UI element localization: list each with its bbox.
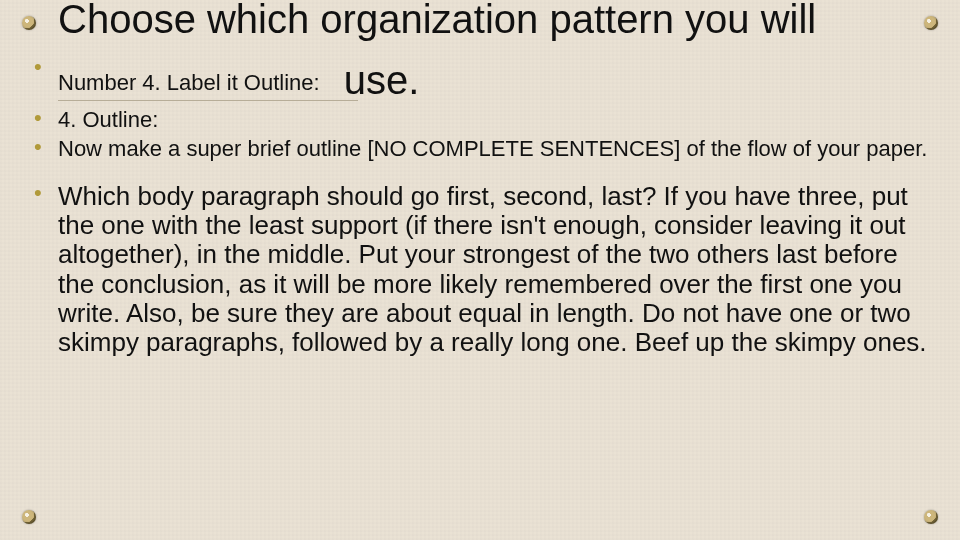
bullet-text: Now make a super brief outline [NO COMPL…: [58, 136, 927, 161]
corner-rivet-icon: [22, 510, 36, 524]
bullet-text: 4. Outline:: [58, 107, 158, 132]
slide-title: Choose which organization pattern you wi…: [58, 0, 930, 41]
slide-body: Number 4. Label it Outline: use. 4. Outl…: [34, 56, 930, 358]
list-item: Now make a super brief outline [NO COMPL…: [34, 136, 930, 161]
bullet-text: Number 4. Label it Outline:: [58, 70, 320, 95]
title-line1: Choose which organization pattern you wi…: [58, 0, 816, 41]
corner-rivet-icon: [22, 16, 36, 30]
bullet-list: Number 4. Label it Outline: use.: [34, 56, 930, 96]
list-item: Which body paragraph should go first, se…: [34, 182, 930, 358]
corner-rivet-icon: [924, 16, 938, 30]
divider: [58, 100, 358, 101]
bullet-text: Which body paragraph should go first, se…: [58, 181, 927, 358]
list-item: 4. Outline:: [34, 107, 930, 132]
bullet-list: 4. Outline: Now make a super brief outli…: [34, 107, 930, 358]
title-line2: use.: [344, 60, 420, 100]
corner-rivet-icon: [924, 510, 938, 524]
list-item: Number 4. Label it Outline: use.: [34, 56, 930, 96]
